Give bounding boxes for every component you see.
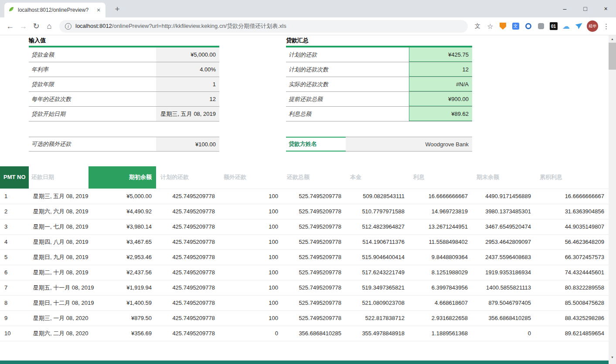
column-header: 期末余额 <box>472 166 535 189</box>
browser-tab[interactable]: localhost:8012/onlinePreview? × <box>4 3 106 17</box>
table-cell: 525.7495209778 <box>282 295 346 310</box>
table-cell: ¥879.50 <box>88 310 156 326</box>
table-header-row: PMT NO还款日期期初余额计划的还款额外还款还款总额本金利息期末余额累积利息 <box>0 166 609 189</box>
table-cell: 2437.5596408683 <box>472 249 535 265</box>
window-maximize-button[interactable]: □ <box>575 0 596 17</box>
table-cell: 425.7495209778 <box>156 310 219 326</box>
table-cell: 0 <box>472 326 535 341</box>
table-cell: 56.4623648209 <box>535 234 609 249</box>
reload-button[interactable]: ↻ <box>30 20 43 33</box>
table-cell: 356.6868410285 <box>282 326 346 341</box>
translate-extension-icon[interactable]: 文 <box>509 20 522 33</box>
panel-row: 利息总额¥89.62 <box>286 107 472 121</box>
table-cell: ¥3,980.14 <box>88 219 156 234</box>
table-cell: 4 <box>0 234 29 249</box>
table-cell: 8.1251988029 <box>409 265 472 280</box>
table-cell: 522.817838712 <box>346 310 409 326</box>
table-row: 5星期日, 九月 08, 2019¥2,953.46425.7495209778… <box>0 249 609 265</box>
page-info-icon[interactable]: i <box>65 23 71 30</box>
home-button[interactable]: ⌂ <box>43 20 56 33</box>
window-close-button[interactable]: × <box>596 0 616 17</box>
table-cell: 525.7495209778 <box>282 310 346 326</box>
table-cell: 100 <box>219 234 282 249</box>
field-value: 4.00% <box>156 62 219 77</box>
table-cell: 512.4823964827 <box>346 219 409 234</box>
panel-row: 贷款年限1 <box>29 77 219 92</box>
table-cell: 525.7495209778 <box>282 265 346 280</box>
table-cell: 1919.9353186934 <box>472 265 535 280</box>
translate-page-icon[interactable]: 文 <box>471 20 484 33</box>
table-cell: 1.1889561368 <box>409 326 472 341</box>
panel-row: 贷款金额¥5,000.00 <box>29 47 219 62</box>
cloud-extension-icon[interactable]: ☁ <box>560 20 572 33</box>
table-cell: 0 <box>219 326 282 341</box>
table-cell: 8 <box>0 295 29 310</box>
panel-row: 贷款开始日期星期三, 五月 08, 2019 <box>29 107 219 121</box>
table-cell: 514.1906711376 <box>346 234 409 249</box>
summary-section-title: 贷款汇总 <box>286 37 309 44</box>
field-label: 提前还款总额 <box>286 92 409 106</box>
table-cell: 13.2671244951 <box>409 219 472 234</box>
tab-close-icon[interactable]: × <box>95 7 102 13</box>
table-cell: 星期四, 八月 08, 2019 <box>29 234 88 249</box>
panel-row: 计划的还款¥425.75 <box>286 47 472 62</box>
table-cell: 星期三, 一月 08, 2020 <box>29 310 88 326</box>
ring-extension-icon[interactable] <box>522 20 534 33</box>
scroll-down-icon[interactable]: ▼ <box>609 354 616 361</box>
table-cell: 525.7495209778 <box>282 189 346 204</box>
table-cell: 100 <box>219 280 282 295</box>
table-cell: 425.7495209778 <box>156 326 219 341</box>
table-cell: 525.7495209778 <box>282 219 346 234</box>
column-header: 利息 <box>409 166 472 189</box>
field-label: 年利率 <box>29 62 156 77</box>
column-header: 累积利息 <box>535 166 609 189</box>
table-cell: 1400.5855821113 <box>472 280 535 295</box>
badge-01-extension-icon[interactable]: 01 <box>547 20 560 33</box>
column-header: 本金 <box>346 166 409 189</box>
table-cell: 星期二, 十月 08, 2019 <box>29 265 88 280</box>
table-cell: 100 <box>219 249 282 265</box>
table-cell: 85.5008475628 <box>535 295 609 310</box>
table-cell: 6 <box>0 265 29 280</box>
field-label: 贷款金额 <box>29 47 156 62</box>
table-cell: 星期三, 五月 08, 2019 <box>29 189 88 204</box>
window-controls: – □ × <box>555 0 616 17</box>
forward-button[interactable]: → <box>17 20 30 33</box>
sheet-footer-bar <box>0 361 609 364</box>
column-header: 额外还款 <box>219 166 282 189</box>
table-cell: 525.7495209778 <box>282 280 346 295</box>
table-row: 7星期五, 十一月 08, 2019¥1,919.94425.749520977… <box>0 280 609 295</box>
table-cell: 519.3497365821 <box>346 280 409 295</box>
scroll-up-icon[interactable]: ▲ <box>609 35 616 43</box>
table-cell: 100 <box>219 204 282 219</box>
table-cell: 14.969723819 <box>409 204 472 219</box>
table-cell: 66.3072457573 <box>535 249 609 265</box>
field-label: 贷款方姓名 <box>286 137 346 152</box>
table-row: 8星期日, 十二月 08, 2019¥1,400.59425.749520977… <box>0 295 609 310</box>
back-button[interactable]: ← <box>3 20 17 33</box>
table-cell: 6.3997843956 <box>409 280 472 295</box>
leaf-favicon-icon <box>8 6 15 14</box>
new-tab-button[interactable]: + <box>112 4 123 15</box>
table-cell: 3980.1373485301 <box>472 204 535 219</box>
field-value: ¥425.75 <box>409 47 472 62</box>
browser-menu-icon[interactable]: ⋮ <box>600 20 613 33</box>
table-cell: 425.7495209778 <box>156 280 219 295</box>
profile-avatar[interactable]: 精华 <box>587 20 598 32</box>
bookmark-star-icon[interactable]: ☆ <box>484 20 497 33</box>
gray-extension-icon[interactable] <box>534 20 547 33</box>
table-cell: 521.0809023708 <box>346 295 409 310</box>
window-minimize-button[interactable]: – <box>555 0 575 17</box>
table-cell: ¥3,467.65 <box>88 234 156 249</box>
vertical-scrollbar[interactable]: ▲ ▼ <box>609 35 616 364</box>
scrollbar-thumb[interactable] <box>609 43 616 70</box>
address-bar[interactable]: i localhost:8012/onlinePreview?url=http:… <box>59 20 468 33</box>
table-cell: 11.5588498402 <box>409 234 472 249</box>
table-cell: 515.9046400414 <box>346 249 409 265</box>
panel-row: 每年的还款次数12 <box>29 92 219 107</box>
shield-extension-icon[interactable] <box>497 20 509 33</box>
field-value: #N/A <box>409 77 472 91</box>
table-cell: 100 <box>219 189 282 204</box>
field-value: ¥900.00 <box>409 92 472 106</box>
bird-extension-icon[interactable] <box>572 20 585 33</box>
